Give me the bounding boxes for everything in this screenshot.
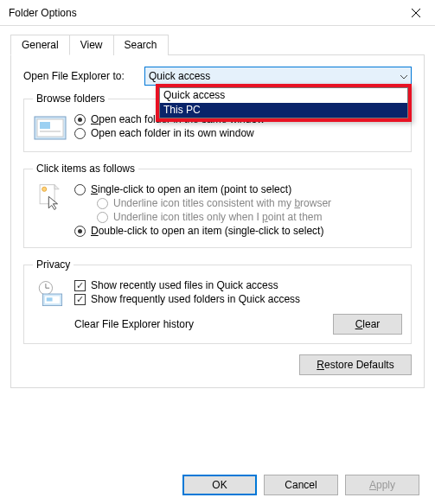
- radio-double-click-label: Double-click to open an item (single-cli…: [91, 225, 323, 237]
- dropdown-option-this-pc[interactable]: This PC: [160, 103, 407, 118]
- tabs: General View Search: [10, 35, 425, 55]
- cursor-file-icon: [33, 182, 74, 213]
- checkbox-recent-files[interactable]: Show recently used files in Quick access: [74, 279, 402, 291]
- radio-double-click[interactable]: Double-click to open an item (single-cli…: [74, 225, 402, 237]
- clear-history-label: Clear File Explorer history: [74, 318, 333, 330]
- svg-point-7: [42, 187, 47, 191]
- checkbox-frequent-folders-label: Show frequently used folders in Quick ac…: [91, 293, 300, 305]
- svg-rect-4: [40, 122, 50, 129]
- radio-underline-browser-label: Underline icon titles consistent with my…: [113, 197, 331, 209]
- radio-single-click[interactable]: Single-click to open an item (point to s…: [74, 183, 402, 195]
- privacy-icon: [33, 278, 74, 309]
- checkbox-recent-files-label: Show recently used files in Quick access: [91, 279, 278, 291]
- radio-underline-browser: Underline icon titles consistent with my…: [97, 197, 402, 209]
- privacy-group: Privacy Show recently used files in Quic…: [23, 258, 412, 344]
- tab-general[interactable]: General: [10, 35, 70, 55]
- open-explorer-combobox[interactable]: Quick access: [144, 67, 412, 86]
- folder-icon: [33, 112, 74, 143]
- browse-folders-legend: Browse folders: [33, 93, 108, 105]
- window-title: Folder Options: [9, 7, 396, 19]
- open-explorer-dropdown: Quick access This PC: [156, 84, 412, 122]
- privacy-legend: Privacy: [33, 258, 74, 271]
- panel-general: Open File Explorer to: Quick access Quic…: [10, 54, 425, 388]
- radio-single-click-label: Single-click to open an item (point to s…: [91, 183, 291, 195]
- ok-button[interactable]: OK: [182, 475, 257, 495]
- open-explorer-row: Open File Explorer to: Quick access: [23, 67, 412, 86]
- restore-defaults-button[interactable]: Restore Defaults: [299, 354, 412, 375]
- cancel-button[interactable]: Cancel: [264, 475, 338, 495]
- open-explorer-label: Open File Explorer to:: [23, 70, 144, 82]
- radio-underline-point: Underline icon titles only when I point …: [97, 211, 402, 223]
- svg-rect-13: [47, 297, 53, 301]
- chevron-down-icon: [400, 70, 407, 82]
- svg-rect-5: [40, 131, 61, 132]
- checkbox-frequent-folders[interactable]: Show frequently used folders in Quick ac…: [74, 293, 402, 305]
- apply-button: Apply: [345, 475, 419, 495]
- close-button[interactable]: [396, 0, 435, 26]
- click-items-legend: Click items as follows: [33, 163, 138, 175]
- radio-underline-point-label: Underline icon titles only when I point …: [113, 211, 322, 223]
- dialog-buttons: OK Cancel Apply: [182, 475, 419, 495]
- clear-button[interactable]: Clear: [333, 314, 402, 335]
- dropdown-option-quick-access[interactable]: Quick access: [160, 88, 407, 103]
- tab-view[interactable]: View: [69, 35, 114, 55]
- radio-own-window-label: Open each folder in its own window: [91, 127, 254, 139]
- close-icon: [412, 9, 420, 17]
- click-items-group: Click items as follows Single-click to o…: [23, 163, 412, 248]
- titlebar: Folder Options: [0, 0, 435, 26]
- open-explorer-value: Quick access: [149, 70, 210, 82]
- radio-own-window[interactable]: Open each folder in its own window: [74, 127, 402, 139]
- tab-search[interactable]: Search: [113, 35, 169, 55]
